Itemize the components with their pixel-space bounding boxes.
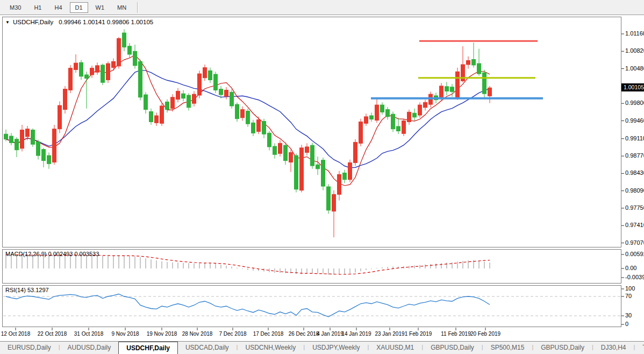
chart-title: ▼USDCHF,Daily0.99946 1.00141 0.99806 1.0… (5, 19, 153, 25)
candle-bear (327, 187, 331, 210)
tab-sp500-m15[interactable]: SP500,M15 (483, 342, 532, 354)
candle-bull (53, 129, 56, 162)
price-axis-label: 1.00820 (625, 47, 644, 54)
candle-bull (440, 86, 443, 97)
price-axis-label: 1.00480 (625, 65, 644, 72)
tab-audusd-daily[interactable]: AUDUSD,Daily (60, 342, 119, 354)
price-axis-label: 1.01160 (625, 30, 644, 37)
candle-bear (37, 141, 40, 155)
date-axis-label: 31 Oct 2018 (74, 331, 103, 337)
candle-bear (311, 145, 314, 166)
price-axis-label: 0.97750 (625, 204, 644, 211)
candle-bull (20, 130, 24, 148)
date-axis-label: 19 Nov 2018 (147, 331, 177, 337)
price-axis-label: 0.98430 (625, 169, 644, 176)
candle-bear (381, 105, 384, 112)
candle-bear (483, 73, 486, 94)
tab-tech10[interactable]: TECH10 (635, 342, 644, 354)
candle-bull (225, 90, 228, 96)
tab-usdcad-daily[interactable]: USDCAD,Daily (178, 342, 237, 354)
price-axis-label: 0.99800 (625, 100, 644, 106)
candle-bear (15, 139, 19, 150)
price-axis-label: 0.97410 (625, 222, 644, 228)
candle-bear (80, 62, 83, 76)
tab-usdchf-daily[interactable]: USDCHF,Daily (118, 342, 178, 354)
candle-bear (128, 46, 132, 54)
candle-bull (375, 105, 379, 121)
price-panel (3, 17, 621, 247)
candle-bull (300, 148, 304, 190)
date-axis-label: 1 Feb 2019 (405, 331, 432, 337)
candle-bull (289, 152, 293, 162)
candle-bear (10, 136, 13, 143)
date-axis-label: 9 Nov 2018 (111, 331, 139, 337)
candle-bull (63, 89, 67, 110)
candle-bull (241, 110, 245, 118)
candle-bull (338, 174, 341, 194)
candle-bull (26, 129, 30, 137)
candle-bull (155, 116, 159, 123)
candle-bear (101, 65, 105, 82)
tab-eurusd-daily[interactable]: EURUSD,Daily (0, 342, 59, 354)
candle-bear (219, 89, 223, 95)
date-axis-label: 28 Nov 2018 (182, 331, 213, 337)
candle-bear (235, 104, 239, 119)
candle-bear (445, 87, 449, 91)
candle-bull (456, 72, 460, 98)
trading-terminal: M30H1H4D1W1MN ▼USDCHF,Daily0.99946 1.001… (0, 0, 644, 354)
candle-bear (230, 92, 234, 106)
candle-bear (47, 155, 51, 164)
indicator-axis-label: 100 (625, 285, 635, 292)
candle-bull (354, 142, 357, 162)
candle-bear (133, 51, 137, 66)
date-axis-label: 7 Dec 2018 (219, 331, 246, 337)
timeframe-button-d1[interactable]: D1 (70, 2, 88, 13)
date-axis-label: 17 Dec 2018 (253, 331, 284, 337)
timeframe-button-h1[interactable]: H1 (28, 2, 47, 13)
tab-usdcnh-weekly[interactable]: USDCNH,Weekly (238, 342, 303, 354)
price-axis-label: 0.97070 (625, 239, 644, 246)
candle-bear (413, 113, 417, 117)
current-price-badge: 1.00105 (621, 83, 644, 91)
symbol-tab-bar: EURUSD,Daily|AUDUSD,DailyUSDCHF,DailyUSD… (0, 341, 644, 354)
timeframe-button-h4[interactable]: H4 (49, 2, 67, 13)
price-axis-label: 0.98770 (625, 152, 644, 159)
candle-bear (321, 160, 325, 186)
tab-dj30-h4[interactable]: DJ30,H4 (593, 342, 634, 354)
indicator-axis-label: 30 (625, 312, 632, 318)
tab-gbpusd-daily[interactable]: GBPUSD,Daily (423, 342, 482, 354)
price-axis-label: 0.98090 (625, 187, 644, 194)
candle-bear (246, 111, 250, 124)
indicator-axis-label: 0 (625, 321, 628, 327)
candle-bull (418, 105, 422, 115)
price-axis-label: 0.99110 (625, 135, 644, 141)
date-axis-label: 12 Oct 2018 (1, 331, 30, 337)
candle-bear (214, 74, 218, 90)
candle-bear (295, 155, 298, 189)
candle-bear (149, 111, 153, 122)
tab-usdjpy-weekly[interactable]: USDJPY,Weekly (305, 342, 367, 354)
candle-bull (117, 39, 121, 66)
candle-bull (305, 147, 309, 152)
chart-canvas[interactable] (0, 16, 644, 341)
candle-bear (252, 123, 255, 133)
timeframe-button-w1[interactable]: W1 (90, 2, 110, 13)
timeframe-button-m30[interactable]: M30 (4, 2, 26, 13)
candle-bear (477, 63, 481, 74)
candle-bull (160, 106, 164, 123)
candle-bear (397, 126, 400, 131)
tab-gbpusd-daily[interactable]: GBPUSD,Daily (533, 342, 592, 354)
candle-bear (123, 33, 126, 47)
candle-bull (488, 88, 492, 96)
indicator-axis-label: 0.00 (625, 265, 636, 271)
tab-xauusd-m1[interactable]: XAUUSD,M1 (369, 342, 421, 354)
date-axis-label: 4 Jan 2019 (317, 331, 344, 337)
candle-bear (273, 146, 277, 154)
date-axis-label: 20 Feb 2019 (470, 331, 500, 337)
candle-bull (69, 68, 73, 90)
candle-bull (402, 121, 406, 134)
candle-bear (187, 95, 191, 108)
chart-menu-icon[interactable]: ▼ (5, 20, 10, 25)
candle-bull (74, 63, 78, 69)
timeframe-button-mn[interactable]: MN (112, 2, 132, 13)
